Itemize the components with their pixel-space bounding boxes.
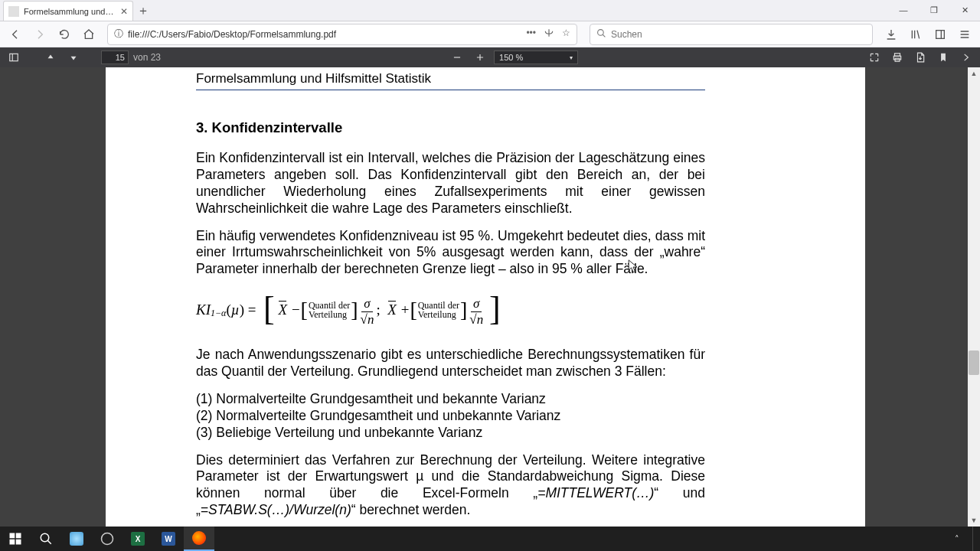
page-down-button[interactable]	[64, 49, 83, 66]
case-2: (2) Normalverteilte Grundgesamtheit und …	[196, 408, 705, 425]
zoom-select[interactable]: 150 % ▾	[494, 51, 578, 64]
pdf-toolbar: von 23 150 % ▾	[0, 47, 980, 67]
browser-tab-strip: Formelsammlung und Hilfsmittel S ✕ ＋ — ❐…	[0, 0, 980, 21]
paragraph-4: Dies determiniert das Verfahren zur Bere…	[196, 452, 705, 520]
svg-rect-2	[10, 54, 18, 60]
scroll-thumb[interactable]	[969, 350, 979, 375]
reader-mode-icon[interactable]	[544, 28, 554, 41]
browser-nav-bar: ⓘ file:///C:/Users/Fabio/Desktop/Formels…	[0, 21, 980, 47]
url-bar[interactable]: ⓘ file:///C:/Users/Fabio/Desktop/Formels…	[107, 24, 577, 45]
bookmark-page-button[interactable]	[934, 49, 952, 66]
svg-rect-9	[16, 540, 21, 545]
page-up-button[interactable]	[41, 49, 60, 66]
svg-point-10	[41, 533, 49, 542]
scroll-down-icon[interactable]: ▼	[968, 514, 980, 527]
show-desktop-button[interactable]	[972, 527, 977, 551]
section-heading: 3. Konfidenzintervalle	[196, 119, 705, 136]
pdf-favicon-icon	[8, 6, 19, 17]
library-button[interactable]	[905, 24, 926, 45]
search-taskbar-button[interactable]	[31, 527, 61, 551]
toggle-sidebar-button[interactable]	[5, 49, 23, 66]
search-input[interactable]	[611, 29, 866, 40]
svg-point-11	[102, 533, 113, 545]
taskbar-excel[interactable]: X	[122, 527, 153, 551]
downloads-button[interactable]	[880, 24, 902, 45]
minimize-button[interactable]: —	[888, 0, 919, 21]
svg-rect-8	[10, 540, 15, 545]
reload-button[interactable]	[54, 24, 75, 45]
page-number-input[interactable]	[101, 51, 129, 64]
paragraph-3: Je nach Anwendungsszenario gibt es unter…	[196, 347, 705, 380]
paragraph-2: Ein häufig verwendetes Konfidenzniveau i…	[196, 228, 705, 279]
svg-rect-1	[936, 30, 945, 38]
windows-taskbar: X W ˄	[0, 527, 980, 551]
case-list: (1) Normalverteilte Grundgesamtheit und …	[196, 391, 705, 442]
maximize-button[interactable]: ❐	[919, 0, 949, 21]
window-controls: — ❐ ✕	[888, 0, 980, 21]
doc-running-header: Formelsammlung und Hilfsmittel Statistik	[196, 71, 705, 90]
sidebar-button[interactable]	[929, 24, 951, 45]
confidence-interval-formula: KI1−α(µ) = [ X −[Quantil derVerteilung]σ…	[196, 289, 705, 331]
forward-button[interactable]	[29, 24, 51, 45]
start-button[interactable]	[0, 527, 31, 551]
close-window-button[interactable]: ✕	[949, 0, 980, 21]
svg-rect-6	[10, 533, 15, 539]
browser-tab[interactable]: Formelsammlung und Hilfsmittel S ✕	[3, 1, 133, 21]
taskbar-app-2[interactable]	[92, 527, 122, 551]
paragraph-1: Ein Konfidenzintervall ist ein Intervall…	[196, 150, 705, 217]
menu-button[interactable]	[954, 24, 975, 45]
case-1: (1) Normalverteilte Grundgesamtheit und …	[196, 391, 705, 408]
svg-point-0	[598, 29, 604, 35]
svg-rect-7	[16, 533, 21, 539]
pdf-tools-button[interactable]	[957, 49, 975, 66]
zoom-value: 150 %	[499, 53, 523, 62]
tray-chevron-icon[interactable]: ˄	[951, 533, 963, 545]
site-info-icon[interactable]: ⓘ	[114, 28, 123, 41]
taskbar-firefox[interactable]	[184, 527, 214, 551]
scroll-up-icon[interactable]: ▲	[968, 67, 980, 80]
search-icon	[596, 28, 606, 41]
home-button[interactable]	[78, 24, 100, 45]
page-actions-icon[interactable]: •••	[526, 28, 536, 41]
pdf-viewer: Formelsammlung und Hilfsmittel Statistik…	[0, 67, 980, 527]
new-tab-button[interactable]: ＋	[133, 1, 153, 21]
taskbar-word[interactable]: W	[153, 527, 184, 551]
back-button[interactable]	[5, 24, 26, 45]
close-tab-icon[interactable]: ✕	[120, 6, 128, 17]
presentation-button[interactable]	[865, 49, 884, 66]
search-box[interactable]	[590, 24, 873, 45]
bookmark-star-icon[interactable]: ☆	[562, 28, 570, 41]
system-tray: ˄	[951, 527, 980, 551]
download-pdf-button[interactable]	[911, 49, 929, 66]
print-button[interactable]	[888, 49, 906, 66]
zoom-in-button[interactable]	[471, 49, 489, 66]
case-3: (3) Beliebige Verteilung und unbekannte …	[196, 425, 705, 442]
taskbar-app-1[interactable]	[61, 527, 92, 551]
pdf-page: Formelsammlung und Hilfsmittel Statistik…	[106, 67, 865, 527]
zoom-out-button[interactable]	[448, 49, 466, 66]
tab-title: Formelsammlung und Hilfsmittel S	[24, 7, 116, 16]
chevron-down-icon: ▾	[570, 54, 573, 61]
page-count-label: von 23	[133, 52, 161, 63]
vertical-scrollbar[interactable]: ▲ ▼	[968, 67, 980, 527]
url-text: file:///C:/Users/Fabio/Desktop/Formelsam…	[128, 29, 521, 40]
